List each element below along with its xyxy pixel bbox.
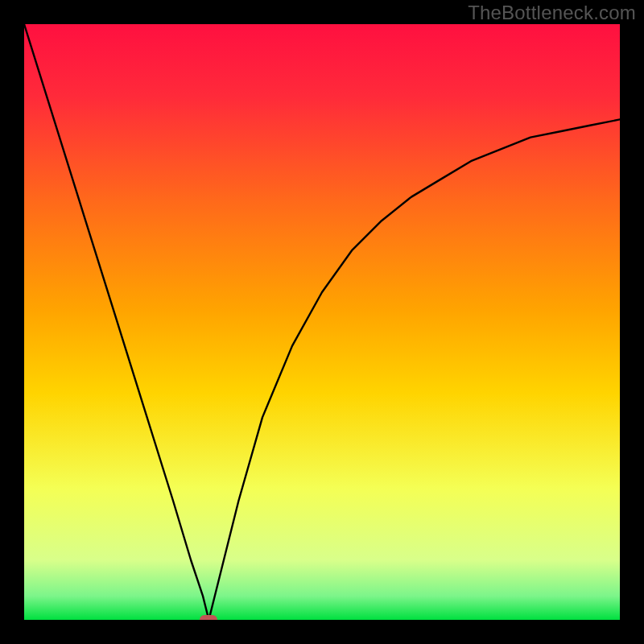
watermark-text: TheBottleneck.com (468, 2, 636, 24)
minimum-marker (200, 615, 217, 620)
plot-area (24, 24, 620, 620)
bottleneck-curve (24, 24, 620, 620)
chart-frame: TheBottleneck.com (0, 0, 644, 644)
